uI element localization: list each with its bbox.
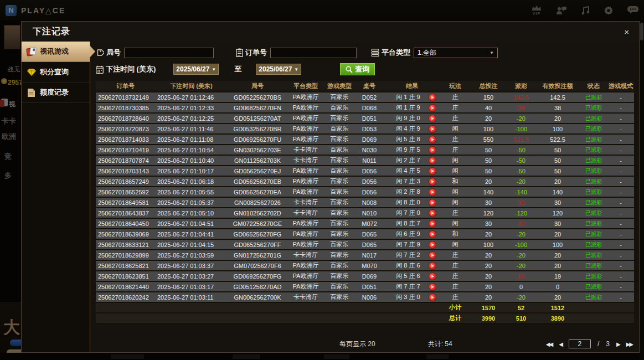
result-text: 闲 4 庄 5 [388, 167, 429, 175]
play-video-button[interactable] [429, 209, 436, 217]
bet-records-table: 订单号下注时间 (美东)局号平台类型游戏类型桌号结果玩法总投注派彩有效投注额状态… [96, 81, 634, 324]
pagination-first-button[interactable]: ◀◀ [546, 341, 552, 347]
summary-label: 总计 [440, 313, 470, 323]
cell-valid_bet: 38 [535, 102, 580, 113]
cell-game: 百家乐 [324, 124, 355, 134]
cell-status: 已派彩 [580, 218, 607, 229]
column-header: 平台类型 [287, 81, 324, 92]
play-video-button[interactable] [429, 167, 436, 175]
chevron-down-icon: ▼ [294, 67, 298, 72]
cell-total_bet: 100 [470, 239, 507, 250]
cell-total_bet: 550 [470, 134, 507, 145]
sidebar-item-quota-records[interactable]: 额度记录 [22, 83, 90, 103]
platform-type-select[interactable]: 1.全部 ▼ [414, 48, 498, 58]
cell-payout: -50 [507, 145, 535, 155]
cell-valid_bet: 50 [535, 145, 580, 155]
play-video-button[interactable] [429, 178, 436, 186]
play-video-button[interactable] [429, 94, 436, 101]
cell-bet_type: 闲 [440, 239, 470, 250]
pagination-prev-button[interactable]: ◀ [559, 341, 562, 347]
cell-status: 已派彩 [580, 155, 607, 166]
cell-time: 2025-06-27 01:10:40 [155, 155, 228, 166]
cell-valid_bet: 100 [535, 124, 580, 134]
cell-game: 百家乐 [324, 229, 355, 239]
close-icon[interactable]: × [622, 27, 631, 37]
cell-platform: PA欧洲厅 [287, 166, 324, 176]
date-from-picker[interactable]: 2025/06/27 ▼ [173, 64, 219, 75]
cell-valid_bet: 522.5 [535, 134, 580, 145]
cell-platform: 卡卡湾厅 [287, 197, 324, 208]
cell-empty [228, 313, 287, 323]
gem-icon [27, 69, 36, 76]
cell-order_no: 250627018732149 [96, 92, 155, 102]
cell-bet_type: 庄 [440, 292, 470, 302]
play-video-button[interactable] [429, 146, 436, 154]
cell-valid_bet: 140 [535, 187, 580, 197]
sidebar-item-label: 积分查询 [40, 67, 69, 77]
pagination-next-button[interactable]: ▶ [616, 341, 620, 347]
summary-label: 小计 [440, 302, 470, 313]
play-video-button[interactable] [429, 115, 436, 122]
play-video-button[interactable] [429, 294, 436, 301]
cell-payout: -20 [507, 292, 535, 302]
cell-empty [324, 313, 355, 323]
cell-empty [355, 302, 384, 313]
cell-game: 百家乐 [324, 292, 355, 302]
cell-empty [155, 302, 228, 313]
column-header: 订单号 [96, 81, 155, 92]
cell-game: 百家乐 [324, 145, 355, 155]
pagination-last-button[interactable]: ▶▶ [626, 341, 632, 347]
play-video-button[interactable] [429, 136, 436, 143]
result-text: 闲 7 庄 3 [388, 177, 429, 186]
cell-time: 2025-06-27 01:03:11 [155, 292, 228, 302]
table-row: 2506270187031432025-06-27 01:10:17GD0562… [96, 166, 634, 176]
result-text: 闲 7 庄 7 [388, 282, 429, 291]
table-footer: 每页显示 20 共计: 54 ◀◀ ◀ / 3 ▶ ▶▶ [96, 338, 633, 352]
bet-records-table-wrap: 订单号下注时间 (美东)局号平台类型游戏类型桌号结果玩法总投注派彩有效投注额状态… [96, 81, 633, 324]
cell-round_no: GD051256270AT [228, 113, 287, 124]
play-video-button[interactable] [429, 272, 436, 280]
play-video-button[interactable] [429, 104, 436, 112]
cell-order_no: 250627018652592 [96, 187, 155, 197]
date-to-picker[interactable]: 2025/06/27 ▼ [256, 64, 301, 75]
page-input[interactable] [569, 340, 591, 348]
cell-table_no: D069 [355, 271, 384, 281]
play-video-button[interactable] [429, 157, 436, 164]
table-row: 2506270186214402025-06-27 01:03:17GD0512… [96, 281, 634, 292]
cell-mode: - [607, 187, 634, 197]
sidebar-item-video-games[interactable]: 9 视讯游戏 [22, 42, 90, 62]
summary-payout: 52 [507, 302, 535, 313]
order-number-input[interactable] [270, 48, 357, 58]
cell-order_no: 250627018728640 [96, 113, 155, 124]
cell-game: 百家乐 [324, 166, 355, 176]
search-button[interactable]: 查询 [340, 63, 375, 75]
cell-status: 已派彩 [580, 197, 607, 208]
result-text: 闲 1 庄 9 [388, 93, 429, 101]
cell-game: 百家乐 [324, 102, 355, 113]
play-video-button[interactable] [429, 220, 436, 228]
play-video-button[interactable] [429, 230, 436, 238]
cell-table_no: D051 [355, 281, 384, 292]
cell-valid_bet: 20 [535, 113, 580, 124]
cell-total_bet: 40 [470, 102, 507, 113]
play-video-button[interactable] [429, 251, 436, 259]
cell-round_no: GN00825627026 [228, 197, 287, 208]
cell-table_no: D065 [355, 229, 384, 239]
cell-status: 已派彩 [580, 124, 607, 134]
cell-payout: -120 [507, 208, 535, 218]
cell-table_no: M070 [355, 260, 384, 271]
play-video-button[interactable] [429, 125, 436, 133]
play-video-button[interactable] [429, 241, 436, 249]
cell-payout: -20 [507, 260, 535, 271]
to-label: 至 [234, 64, 241, 74]
play-video-button[interactable] [429, 283, 436, 291]
cell-empty [580, 302, 607, 313]
cell-order_no: 250627018707874 [96, 155, 155, 166]
play-video-button[interactable] [429, 262, 436, 270]
column-header: 结果 [384, 81, 440, 92]
play-video-button[interactable] [429, 199, 436, 207]
sidebar-item-points-inquiry[interactable]: 积分查询 [22, 62, 90, 83]
play-video-button[interactable] [429, 188, 436, 196]
round-number-input[interactable] [124, 48, 214, 58]
cell-game: 百家乐 [324, 176, 355, 187]
